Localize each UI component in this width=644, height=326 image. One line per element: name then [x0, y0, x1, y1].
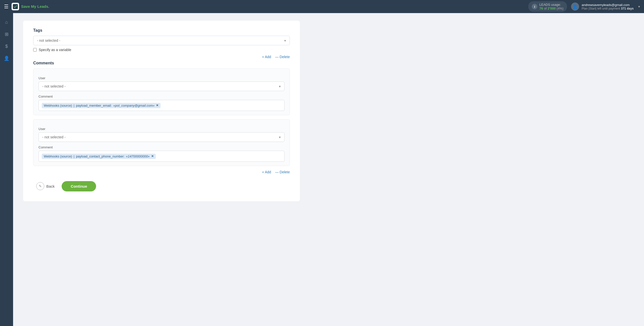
comments-section-title: Comments [33, 61, 290, 65]
user1-placeholder: - not selected - [42, 84, 66, 88]
app-logo: Save My Leads. [12, 3, 49, 10]
comment1-token-source: Webhooks (source) [44, 104, 72, 107]
user1-chevron-icon: ▾ [279, 85, 281, 88]
form-card: Tags - not selected - ▾ Specify as a var… [23, 21, 300, 201]
logo-icon [12, 3, 19, 10]
comment1-token-value: «pol_company@gmail.com» [113, 104, 154, 107]
tags-section-title: Tags [33, 28, 290, 33]
comment1-field[interactable]: Webhooks (source) | payload_member_email… [38, 100, 285, 111]
sidebar-item-billing[interactable]: $ [2, 41, 12, 51]
comment-block-2: User - not selected - ▾ Comment Webhooks… [33, 119, 290, 166]
info-icon: i [532, 4, 537, 9]
user1-label: User [38, 76, 285, 80]
comment1-token-field: payload_member_email: [76, 104, 112, 107]
tags-add-button[interactable]: Add [262, 55, 271, 59]
comments-delete-button[interactable]: Delete [275, 170, 290, 174]
leads-usage-widget: i LEADS usage: 76 of 2'000 (4%) [528, 1, 567, 12]
user-avatar-icon: 👤 [571, 3, 579, 11]
comment2-token-value: «14700000000» [126, 154, 150, 158]
comments-add-button[interactable]: Add [262, 170, 271, 174]
comment2-field[interactable]: Webhooks (source) | payload_contact_phon… [38, 151, 285, 162]
hamburger-icon[interactable]: ☰ [4, 4, 9, 10]
user-email: andrewsavemyleads@gmail.com [582, 3, 634, 7]
user2-label: User [38, 127, 285, 131]
tags-delete-button[interactable]: Delete [275, 55, 290, 59]
comment2-token-source: Webhooks (source) [44, 154, 72, 158]
main-content: Tags - not selected - ▾ Specify as a var… [13, 13, 644, 326]
comments-section: Comments User - not selected - ▾ Comment… [33, 61, 290, 174]
user1-dropdown[interactable]: - not selected - ▾ [38, 82, 285, 91]
comment1-token-close-icon[interactable]: ✕ [156, 104, 158, 107]
comment2-token-close-icon[interactable]: ✕ [151, 154, 154, 158]
tags-section: Tags - not selected - ▾ Specify as a var… [33, 28, 290, 59]
leads-usage-text: LEADS usage: 76 of 2'000 (4%) [539, 3, 564, 10]
specify-variable-row: Specify as a variable [33, 48, 290, 52]
user-plan: Plan |Start| left until payment 371 days [582, 7, 634, 10]
back-icon: ✎ [36, 182, 44, 190]
form-buttons: ✎ Back Continue [33, 180, 290, 192]
comment2-label: Comment [38, 145, 285, 149]
sidebar-item-home[interactable]: ⌂ [2, 17, 12, 27]
comment1-label: Comment [38, 95, 285, 98]
comment-block-1: User - not selected - ▾ Comment Webhooks… [33, 68, 290, 115]
user2-placeholder: - not selected - [42, 135, 66, 139]
tags-placeholder: - not selected - [37, 38, 60, 43]
tags-chevron-icon: ▾ [284, 39, 286, 43]
comment1-token: Webhooks (source) | payload_member_email… [42, 103, 160, 108]
logo-text: Save My Leads. [21, 4, 49, 9]
comment2-token: Webhooks (source) | payload_contact_phon… [42, 154, 156, 159]
svg-rect-0 [13, 4, 18, 9]
tags-dropdown[interactable]: - not selected - ▾ [33, 36, 290, 45]
back-button[interactable]: ✎ Back [33, 180, 58, 192]
topnav: ☰ Save My Leads. i LEADS usage: 76 of 2'… [0, 0, 644, 13]
user-menu[interactable]: 👤 andrewsavemyleads@gmail.com Plan |Star… [571, 3, 640, 11]
back-label: Back [46, 184, 55, 188]
tags-actions: Add Delete [33, 55, 290, 59]
continue-button[interactable]: Continue [62, 181, 96, 191]
sidebar-item-profile[interactable]: 👤 [2, 53, 12, 63]
user-info: andrewsavemyleads@gmail.com Plan |Start|… [582, 3, 634, 10]
user2-dropdown[interactable]: - not selected - ▾ [38, 132, 285, 142]
sidebar-item-integrations[interactable]: ⊞ [2, 29, 12, 39]
specify-variable-label: Specify as a variable [39, 48, 71, 52]
user2-chevron-icon: ▾ [279, 135, 281, 139]
specify-variable-checkbox[interactable] [33, 48, 37, 52]
comments-actions: Add Delete [33, 170, 290, 174]
chevron-down-icon[interactable]: ▾ [638, 5, 640, 9]
sidebar: ⌂ ⊞ $ 👤 [0, 13, 13, 326]
comment2-token-field: payload_contact_phone_number: [76, 154, 125, 158]
